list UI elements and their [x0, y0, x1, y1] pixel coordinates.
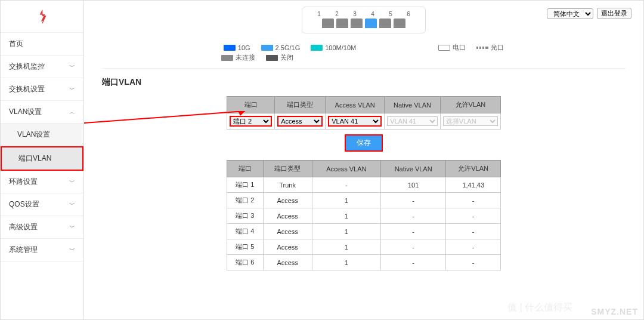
st-th-native: Native VLAN: [381, 161, 446, 177]
port-icon-5[interactable]: [379, 19, 391, 28]
main-content: 123456 简体中文 退出登录 10G 2.5G/1G 100M/10M: [84, 1, 643, 319]
nav-sys[interactable]: 系统管理﹀: [1, 239, 83, 261]
legend-swatch-25g: [261, 45, 273, 51]
port-icon-4[interactable]: [365, 19, 377, 28]
chevron-down-icon: ﹀: [69, 178, 75, 186]
legend-swatch-100m: [311, 45, 323, 51]
watermark-brand: SMYZ.NET: [591, 307, 638, 316]
port-panel: 123456: [302, 7, 426, 33]
port-numbers: 123456: [314, 11, 413, 17]
legend-swatch-10g: [224, 45, 236, 51]
status-table: 端口 端口类型 Access VLAN Native VLAN 允许VLAN 端…: [227, 160, 501, 270]
language-select[interactable]: 简体中文: [547, 8, 593, 19]
legend-swatch-elec: [438, 45, 450, 51]
port-icon-6[interactable]: [394, 19, 405, 28]
nav-vlan-cfg-sub[interactable]: VLAN设置: [1, 124, 83, 146]
st-th-access: Access VLAN: [312, 161, 380, 177]
st-th-port: 端口: [227, 161, 264, 177]
legend: 10G 2.5G/1G 100M/10M 电口 光口: [84, 39, 643, 53]
save-button[interactable]: 保存: [345, 134, 383, 152]
topbar: 123456 简体中文 退出登录: [84, 1, 643, 39]
chevron-down-icon: ﹀: [69, 201, 75, 209]
native-vlan-select: VLAN 41: [387, 116, 438, 126]
svg-line-0: [84, 111, 245, 123]
sidebar: 首页 交换机监控﹀ 交换机设置﹀ VLAN设置︿ VLAN设置 端口VLAN 环…: [1, 1, 84, 319]
table-row: 端口 4Access1--: [227, 224, 501, 239]
page-title: 端口VLAN: [84, 69, 643, 96]
port-icon-1[interactable]: [322, 19, 334, 28]
table-row: 端口 3Access1--: [227, 208, 501, 224]
table-row: 端口 2Access1--: [227, 193, 501, 208]
nav-port-vlan[interactable]: 端口VLAN: [1, 146, 83, 171]
legend-row2: 未连接 关闭: [84, 53, 643, 63]
nav-adv[interactable]: 高级设置﹀: [1, 216, 83, 239]
cfg-th-native: Native VLAN: [385, 97, 441, 113]
port-icons: [322, 19, 405, 28]
st-th-type: 端口类型: [263, 161, 312, 177]
port-select[interactable]: 端口 2: [230, 116, 272, 127]
table-row: 端口 1Trunk-1011,41,43: [227, 177, 501, 193]
nav-loop[interactable]: 环路设置﹀: [1, 171, 83, 193]
st-th-allow: 允许VLAN: [446, 161, 501, 177]
table-row: 端口 5Access1--: [227, 239, 501, 255]
nav-home[interactable]: 首页: [1, 33, 83, 56]
port-icon-2[interactable]: [336, 19, 348, 28]
allow-vlan-select: 选择VLAN: [443, 116, 498, 126]
cfg-th-access: Access VLAN: [326, 97, 385, 113]
legend-swatch-off: [266, 55, 278, 61]
watermark-slogan: 值 | 什么值得买: [507, 301, 572, 314]
legend-swatch-opt: [476, 45, 488, 51]
chevron-up-icon: ︿: [69, 108, 75, 116]
chevron-down-icon: ﹀: [69, 63, 75, 71]
table-row: 端口 6Access1--: [227, 255, 501, 270]
logo: [1, 1, 83, 33]
chevron-down-icon: ﹀: [69, 246, 75, 254]
access-vlan-select[interactable]: VLAN 41: [328, 116, 382, 127]
legend-swatch-nolink: [221, 55, 233, 61]
cfg-th-type: 端口类型: [275, 97, 326, 113]
nav-qos[interactable]: QOS设置﹀: [1, 193, 83, 216]
config-table: 端口 端口类型 Access VLAN Native VLAN 允许VLAN 端…: [227, 96, 501, 130]
nav-monitor[interactable]: 交换机监控﹀: [1, 56, 83, 78]
chevron-down-icon: ﹀: [69, 223, 75, 232]
chevron-down-icon: ﹀: [69, 85, 75, 94]
logout-button[interactable]: 退出登录: [597, 8, 631, 19]
cfg-th-allow: 允许VLAN: [440, 97, 500, 113]
cfg-th-port: 端口: [227, 97, 275, 113]
nav-vlan-cfg[interactable]: VLAN设置︿: [1, 101, 83, 124]
nav-switch-cfg[interactable]: 交换机设置﹀: [1, 78, 83, 101]
port-icon-3[interactable]: [351, 19, 363, 28]
port-type-select[interactable]: Access: [277, 116, 323, 127]
